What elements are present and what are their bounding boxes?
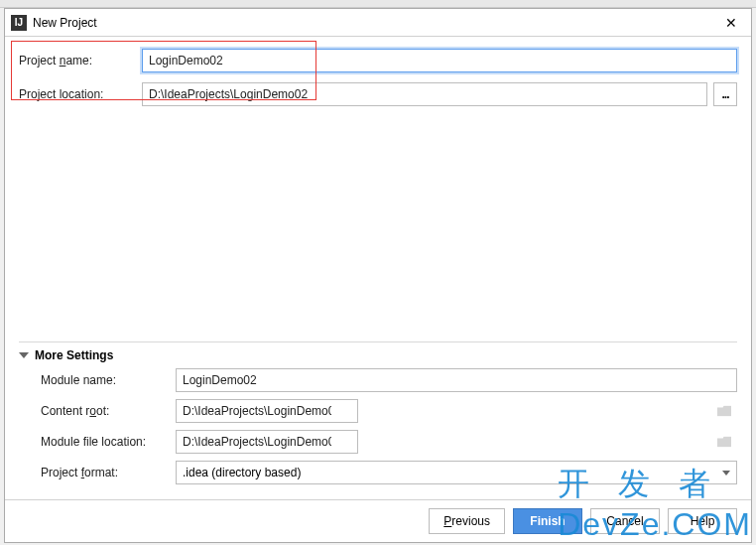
module-file-label: Module file location:	[41, 435, 170, 449]
project-location-row: Project location: ...	[19, 82, 737, 106]
finish-button[interactable]: Finish	[513, 508, 582, 534]
parent-menubar	[0, 0, 756, 8]
chevron-down-icon	[722, 471, 730, 476]
project-format-select[interactable]: .idea (directory based)	[176, 461, 737, 484]
browse-location-button[interactable]: ...	[713, 82, 737, 106]
dialog-title: New Project	[33, 16, 717, 30]
chevron-down-icon	[19, 352, 29, 358]
project-format-value: .idea (directory based)	[183, 466, 301, 479]
project-format-label: Project format:	[41, 466, 170, 479]
content-root-input[interactable]	[176, 399, 358, 423]
project-name-label: Project name:	[19, 54, 136, 68]
project-name-input[interactable]	[142, 49, 737, 72]
content-root-label: Content root:	[41, 404, 170, 418]
project-location-input[interactable]	[142, 82, 707, 106]
module-file-row: Module file location:	[41, 430, 737, 454]
project-name-row: Project name:	[19, 49, 737, 72]
dialog-content: Project name: Project location: ... More…	[5, 37, 751, 499]
folder-icon[interactable]	[717, 406, 731, 417]
titlebar: IJ New Project ✕	[5, 9, 751, 37]
module-name-input[interactable]	[176, 368, 737, 392]
more-settings-body: Module name: Content root: Module file l…	[19, 368, 737, 499]
module-name-row: Module name:	[41, 368, 737, 392]
project-format-row: Project format: .idea (directory based)	[41, 461, 737, 484]
new-project-dialog: IJ New Project ✕ Project name: Project l…	[4, 8, 752, 543]
cancel-button[interactable]: Cancel	[590, 508, 660, 534]
more-settings-section: More Settings Module name: Content root:	[19, 341, 737, 499]
content-root-row: Content root:	[41, 399, 737, 423]
previous-button[interactable]: Previous	[429, 508, 505, 534]
close-icon[interactable]: ✕	[717, 13, 745, 33]
button-bar: Previous Finish Cancel Help	[5, 499, 751, 542]
folder-icon[interactable]	[717, 437, 731, 448]
project-location-label: Project location:	[19, 87, 136, 101]
help-button[interactable]: Help	[668, 508, 737, 534]
module-file-input[interactable]	[176, 430, 358, 454]
module-name-label: Module name:	[41, 373, 170, 387]
more-settings-toggle[interactable]: More Settings	[19, 341, 737, 368]
more-settings-label: More Settings	[35, 348, 113, 362]
app-icon: IJ	[11, 15, 27, 31]
